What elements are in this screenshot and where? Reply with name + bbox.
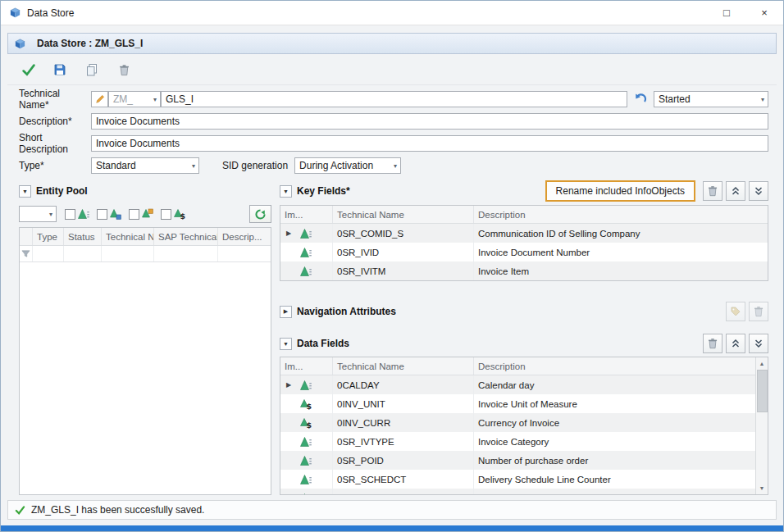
row-expander-cell[interactable] xyxy=(280,394,297,413)
editor-columns: Entity Pool xyxy=(7,174,777,495)
row-expander-cell[interactable] xyxy=(280,489,297,494)
edit-pencil-button[interactable] xyxy=(91,91,108,107)
key-fields-delete-button[interactable] xyxy=(703,181,722,201)
data-fields-collapse-icon[interactable] xyxy=(280,338,292,350)
short-description-label: Short Description xyxy=(19,132,91,155)
filter-row-indicator[interactable] xyxy=(20,246,33,261)
key-fields-move-down-button[interactable] xyxy=(749,181,768,201)
technical-name-input[interactable]: GLS_I xyxy=(161,91,627,107)
navigation-attributes-actions xyxy=(726,302,768,321)
table-row[interactable]: ▶ 0SR_COMID_S Communication ID of Sellin… xyxy=(280,224,768,243)
status-combo[interactable]: Started xyxy=(654,91,768,107)
row-expander-cell[interactable] xyxy=(280,243,297,261)
delete-button[interactable] xyxy=(115,61,133,79)
table-row[interactable]: 0SR_SCHEDCT Delivery Schedule Line Count… xyxy=(280,470,755,489)
key-fields-move-up-button[interactable] xyxy=(726,181,745,201)
column-header-technical-name[interactable]: Technical Name xyxy=(333,206,474,223)
column-header-description[interactable]: Description xyxy=(474,357,755,375)
properties-form: Technical Name* ZM_ GLS_I Started Descri… xyxy=(7,91,777,174)
activate-button[interactable] xyxy=(19,61,37,79)
add-navigation-attribute-button[interactable] xyxy=(726,302,745,321)
row-expander-icon[interactable]: ▶ xyxy=(286,230,291,237)
description-cell: Invoice Document Number xyxy=(474,243,768,261)
description-input[interactable]: Invoice Documents xyxy=(91,113,768,130)
filter-cell-description[interactable] xyxy=(218,246,271,261)
filter-key-figure-checkbox[interactable] xyxy=(161,209,171,220)
entity-pool-header: Entity Pool xyxy=(19,180,271,202)
table-row[interactable]: 0SR_IVTYPE Invoice Category xyxy=(280,432,755,451)
column-header-description[interactable]: Descrip... xyxy=(218,228,271,245)
double-chevron-down-icon xyxy=(754,186,763,196)
column-header-description[interactable]: Description xyxy=(474,206,768,223)
row-expander-cell[interactable]: ▶ xyxy=(280,375,297,394)
column-header-technical-name[interactable]: Technical Name xyxy=(333,357,474,375)
navigation-attributes-delete-button[interactable] xyxy=(749,302,768,321)
row-expander-cell[interactable] xyxy=(280,470,297,489)
row-expander-cell[interactable] xyxy=(280,261,297,280)
filter-cell-type[interactable] xyxy=(33,246,64,261)
undo-arrow-icon xyxy=(634,93,647,106)
row-expander-cell[interactable] xyxy=(280,451,297,470)
row-expander-cell[interactable]: ▶ xyxy=(280,224,297,243)
refresh-button[interactable] xyxy=(249,205,271,223)
infoobject-icon-cell xyxy=(297,261,333,280)
status-message: ZM_GLS_I has been succesfully saved. xyxy=(31,504,204,516)
infoobject-icon-cell xyxy=(297,489,333,494)
unit-icon: $ xyxy=(300,398,312,410)
filter-cell-technical-name[interactable] xyxy=(102,246,154,261)
type-combo[interactable]: Standard xyxy=(91,157,199,174)
entity-pool-collapse-icon[interactable] xyxy=(19,185,31,198)
scroll-up-button[interactable] xyxy=(756,357,768,370)
filter-attribute-group xyxy=(129,208,153,220)
maximize-button[interactable]: □ xyxy=(708,1,745,25)
pencil-icon xyxy=(95,94,105,104)
save-button[interactable] xyxy=(51,61,69,79)
description-cell: Delivery Schedule Line Counter xyxy=(474,470,755,489)
double-chevron-up-icon xyxy=(731,339,741,348)
close-button[interactable]: × xyxy=(745,1,783,25)
titlebar[interactable]: Data Store □ × xyxy=(1,1,783,25)
entity-pool-filter-combo[interactable] xyxy=(19,206,57,222)
table-row-partial[interactable] xyxy=(280,489,755,494)
technical-name-prefix: ZM_ xyxy=(113,93,133,105)
filter-cell-status[interactable] xyxy=(64,246,102,261)
column-header-im[interactable]: Im... xyxy=(280,357,333,375)
data-fields-move-up-button[interactable] xyxy=(726,334,745,353)
sid-generation-combo[interactable]: During Activation xyxy=(294,157,401,174)
column-header-status[interactable]: Status xyxy=(64,228,102,245)
table-row[interactable]: 0SR_POID Number of purchase order xyxy=(280,451,755,470)
short-description-input[interactable]: Invoice Documents xyxy=(91,135,768,152)
filter-attribute-checkbox[interactable] xyxy=(129,209,139,220)
table-row[interactable]: $ 0INV_CURR Currency of Invoice xyxy=(280,413,755,432)
table-row[interactable]: $ 0INV_UNIT Invoice Unit of Measure xyxy=(280,394,755,413)
scrollbar-thumb[interactable] xyxy=(757,370,768,412)
entity-pool-table-body[interactable] xyxy=(20,262,271,494)
row-expander-cell[interactable] xyxy=(280,432,297,451)
column-header-sap-technical-name[interactable]: SAP Technical ... xyxy=(154,228,218,245)
column-header-type[interactable]: Type xyxy=(33,228,64,245)
table-row[interactable]: 0SR_IVID Invoice Document Number xyxy=(280,243,768,261)
table-row[interactable]: 0SR_IVITM Invoice Item xyxy=(280,261,768,280)
unit-icon: $ xyxy=(174,208,185,220)
characteristic-orange-icon xyxy=(142,208,153,220)
row-expander-cell[interactable] xyxy=(280,413,297,432)
vertical-scrollbar[interactable] xyxy=(755,357,768,494)
undo-button[interactable] xyxy=(631,90,650,108)
column-header-technical-name[interactable]: Technical N... xyxy=(102,228,154,245)
scroll-down-button[interactable] xyxy=(756,482,768,494)
technical-name-prefix-combo[interactable]: ZM_ xyxy=(108,91,161,107)
row-expander-icon[interactable]: ▶ xyxy=(286,381,291,389)
data-fields-move-down-button[interactable] xyxy=(749,334,768,353)
navigation-attributes-expand-icon[interactable] xyxy=(280,306,292,318)
column-header-im[interactable]: Im... xyxy=(280,206,333,223)
data-fields-delete-button[interactable] xyxy=(703,334,722,353)
rename-infoobjects-button[interactable]: Rename included InfoObjects xyxy=(545,180,695,202)
filter-time-characteristic-checkbox[interactable] xyxy=(97,209,107,220)
main-toolbar xyxy=(7,54,777,85)
description-cell: Invoice Unit of Measure xyxy=(474,394,755,413)
table-row[interactable]: ▶ 0CALDAY Calendar day xyxy=(280,375,755,394)
copy-button[interactable] xyxy=(83,61,101,79)
filter-characteristic-checkbox[interactable] xyxy=(65,209,75,220)
key-fields-collapse-icon[interactable] xyxy=(280,185,292,198)
filter-cell-sap-technical-name[interactable] xyxy=(154,246,218,261)
